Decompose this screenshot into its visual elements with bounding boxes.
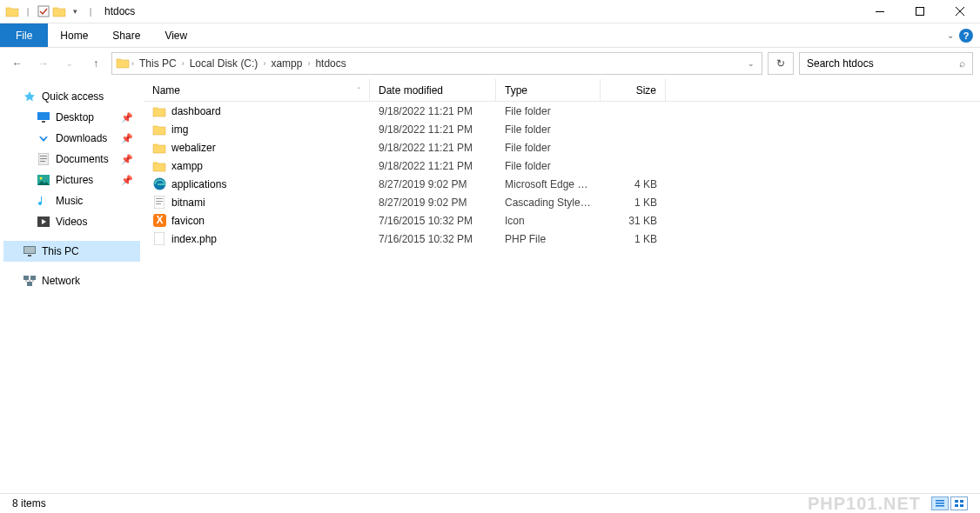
expand-ribbon-icon[interactable]: ⌄ [947,30,954,40]
column-size[interactable]: Size [601,79,666,101]
breadcrumb[interactable]: htdocs [312,57,349,70]
sidebar-item-music[interactable]: Music [3,190,140,211]
folder-icon [152,159,166,173]
chevron-right-icon[interactable]: › [180,59,186,68]
folder-icon [152,104,166,118]
main-content: Quick access Desktop📌 Downloads📌 Documen… [0,79,980,488]
title-bar: | ▾ | htdocs [0,0,980,23]
svg-rect-27 [936,503,944,504]
file-row[interactable]: img9/18/2022 11:21 PMFile folder [144,120,980,138]
help-button[interactable]: ? [959,29,973,43]
file-name: xampp [171,160,203,172]
desktop-icon [37,110,50,124]
svg-rect-32 [960,504,963,507]
pin-icon: 📌 [121,154,133,165]
file-row[interactable]: webalizer9/18/2022 11:21 PMFile folder [144,138,980,157]
checkbox-icon[interactable] [37,4,50,18]
navigation-pane: Quick access Desktop📌 Downloads📌 Documen… [0,79,144,488]
sidebar-item-downloads[interactable]: Downloads📌 [3,128,140,149]
sidebar-item-label: This PC [42,245,79,257]
tab-view[interactable]: View [152,23,199,47]
breadcrumb[interactable]: This PC [136,57,180,70]
sidebar-item-documents[interactable]: Documents📌 [3,149,140,170]
sidebar-item-desktop[interactable]: Desktop📌 [3,107,140,128]
chevron-right-icon[interactable]: › [305,59,312,68]
history-dropdown-icon[interactable]: ⌄ [59,53,80,74]
tab-share[interactable]: Share [100,23,152,47]
file-type: Cascading Style S... [496,197,601,209]
sidebar-this-pc[interactable]: This PC [3,241,140,262]
file-type: File folder [496,160,601,172]
sidebar-item-pictures[interactable]: Pictures📌 [3,170,140,190]
file-name: dashboard [171,105,221,117]
up-button[interactable]: ↑ [85,53,106,74]
file-name: webalizer [171,142,216,154]
folder-icon [5,4,19,18]
forward-button[interactable]: → [33,53,54,74]
column-headers: Nameˆ Date modified Type Size [144,79,980,102]
refresh-button[interactable]: ↻ [768,52,794,75]
file-row[interactable]: applications8/27/2019 9:02 PMMicrosoft E… [144,175,980,193]
svg-rect-15 [23,276,29,280]
sidebar-item-label: Quick access [42,90,104,103]
file-row[interactable]: bitnami8/27/2019 9:02 PMCascading Style … [144,193,980,211]
pin-icon: 📌 [121,133,133,144]
sidebar-item-videos[interactable]: Videos [3,211,140,232]
address-dropdown-icon[interactable]: ⌄ [741,59,762,68]
column-type[interactable]: Type [496,79,601,101]
svg-rect-13 [24,247,35,253]
column-name[interactable]: Nameˆ [144,79,370,101]
address-bar[interactable]: › This PC › Local Disk (C:) › xampp › ht… [111,52,762,75]
svg-rect-0 [38,6,49,17]
file-row[interactable]: xampp9/18/2022 11:21 PMFile folder [144,157,980,175]
file-date: 7/16/2015 10:32 PM [370,233,496,245]
qat-dropdown-icon[interactable]: ▾ [68,4,82,18]
breadcrumb[interactable]: Local Disk (C:) [186,57,262,70]
file-size: 31 KB [601,215,666,227]
svg-rect-8 [40,161,45,162]
pin-icon: 📌 [121,175,133,186]
minimize-button[interactable] [860,0,900,23]
maximize-button[interactable] [900,0,940,23]
search-placeholder: Search htdocs [807,57,959,70]
file-size: 4 KB [601,178,666,190]
file-tab[interactable]: File [0,23,48,47]
star-icon [23,90,37,103]
view-details-button[interactable] [931,496,949,510]
file-row[interactable]: index.php7/16/2015 10:32 PMPHP File1 KB [144,230,980,248]
file-row[interactable]: dashboard9/18/2022 11:21 PMFile folder [144,102,980,120]
close-button[interactable] [940,0,980,23]
file-name: img [171,123,188,136]
sidebar-network[interactable]: Network [3,270,140,291]
network-icon [23,274,37,288]
chevron-right-icon[interactable]: › [130,59,136,68]
watermark: PHP101.NET [808,494,921,514]
view-thumbnails-button[interactable] [950,496,968,510]
svg-text:X: X [156,214,163,226]
svg-rect-29 [955,500,958,503]
file-date: 8/27/2019 9:02 PM [370,178,496,190]
chevron-right-icon[interactable]: › [261,59,267,68]
sidebar-item-label: Downloads [56,132,107,144]
sidebar-item-label: Documents [56,153,109,165]
file-type: File folder [496,105,601,117]
music-icon [37,194,50,208]
breadcrumb[interactable]: xampp [267,57,305,70]
svg-rect-16 [30,276,36,280]
downloads-icon [37,131,50,145]
title-sep-icon: | [21,4,35,18]
tab-home[interactable]: Home [48,23,100,47]
status-bar: 8 items PHP101.NET [0,493,980,513]
title-sep-icon: | [84,4,97,18]
file-type: PHP File [496,233,601,245]
search-icon: ⌕ [959,57,965,70]
search-input[interactable]: Search htdocs ⌕ [799,52,973,75]
file-rows: dashboard9/18/2022 11:21 PMFile folderim… [144,102,980,248]
svg-rect-4 [42,121,45,123]
column-date[interactable]: Date modified [370,79,496,101]
back-button[interactable]: ← [7,53,28,74]
sidebar-quick-access[interactable]: Quick access [3,86,140,107]
file-row[interactable]: Xfavicon7/16/2015 10:32 PMIcon31 KB [144,211,980,230]
file-name: favicon [171,215,205,227]
window-title: htdocs [104,5,135,17]
